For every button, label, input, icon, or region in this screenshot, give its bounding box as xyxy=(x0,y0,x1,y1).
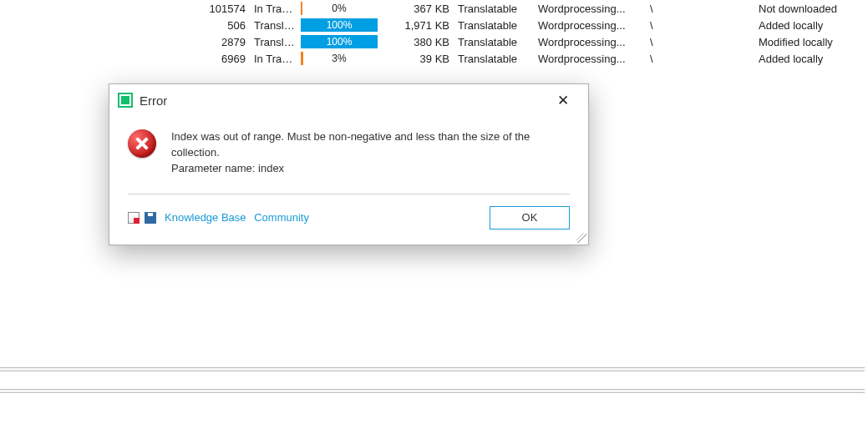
help-links: Knowledge Base Community xyxy=(165,211,309,224)
cell-type: Translatable xyxy=(458,19,538,32)
cell-type: Translatable xyxy=(458,53,538,65)
dialog-title-text: Error xyxy=(140,93,167,108)
cell-id: 6969 xyxy=(194,53,251,65)
cell-download-status: Added locally xyxy=(678,19,812,32)
error-dialog: Error ✕ Index was out of range. Must be … xyxy=(109,83,589,245)
copy-error-icon[interactable] xyxy=(128,212,140,224)
table-row[interactable]: 101574 In Transl... 0% 367 KB Translatab… xyxy=(0,0,868,17)
table-row[interactable]: 6969 In Transl... 3% 39 KB Translatable … xyxy=(0,50,868,67)
knowledge-base-link[interactable]: Knowledge Base xyxy=(165,211,246,224)
cell-status: In Transl... xyxy=(251,53,297,65)
cell-id: 506 xyxy=(194,19,251,32)
cell-size: 39 KB xyxy=(381,53,458,65)
cell-progress: 3% xyxy=(297,52,381,65)
cell-progress: 100% xyxy=(297,35,381,48)
cell-format: Wordprocessing... xyxy=(538,19,647,32)
community-link[interactable]: Community xyxy=(254,211,309,224)
error-message: Index was out of range. Must be non-nega… xyxy=(171,129,570,177)
cell-status: Translati... xyxy=(251,19,297,32)
cell-path: \ xyxy=(647,53,678,65)
cell-status: Translati... xyxy=(251,36,297,48)
table-row[interactable]: 506 Translati... 100% 1,971 KB Translata… xyxy=(0,17,868,33)
file-table: 101574 In Transl... 0% 367 KB Translatab… xyxy=(0,0,868,67)
error-icon xyxy=(128,129,156,158)
cell-download-status: Added locally xyxy=(678,53,812,65)
cell-download-status: Modified locally xyxy=(678,36,812,48)
save-error-icon[interactable] xyxy=(145,212,156,224)
dialog-titlebar[interactable]: Error ✕ xyxy=(109,84,588,116)
cell-size: 367 KB xyxy=(381,3,458,15)
table-row[interactable]: 2879 Translati... 100% 380 KB Translatab… xyxy=(0,33,868,50)
cell-type: Translatable xyxy=(458,3,538,15)
pane-divider[interactable] xyxy=(0,367,865,371)
cell-status: In Transl... xyxy=(251,3,297,15)
close-icon[interactable]: ✕ xyxy=(546,92,580,109)
pane-divider[interactable] xyxy=(0,389,865,393)
cell-path: \ xyxy=(647,36,678,48)
ok-button[interactable]: OK xyxy=(490,206,570,230)
cell-download-status: Not downloaded xyxy=(678,3,812,15)
app-icon xyxy=(118,93,133,108)
cell-format: Wordprocessing... xyxy=(538,53,647,65)
cell-size: 1,971 KB xyxy=(381,19,458,32)
cell-path: \ xyxy=(647,19,678,32)
cell-size: 380 KB xyxy=(381,36,458,48)
cell-format: Wordprocessing... xyxy=(538,3,647,15)
cell-format: Wordprocessing... xyxy=(538,36,647,48)
cell-id: 2879 xyxy=(194,36,251,48)
cell-progress: 100% xyxy=(297,18,381,32)
cell-path: \ xyxy=(647,3,678,15)
cell-id: 101574 xyxy=(194,3,251,15)
cell-type: Translatable xyxy=(458,36,538,48)
cell-progress: 0% xyxy=(297,2,381,15)
resize-grip[interactable] xyxy=(576,233,586,243)
